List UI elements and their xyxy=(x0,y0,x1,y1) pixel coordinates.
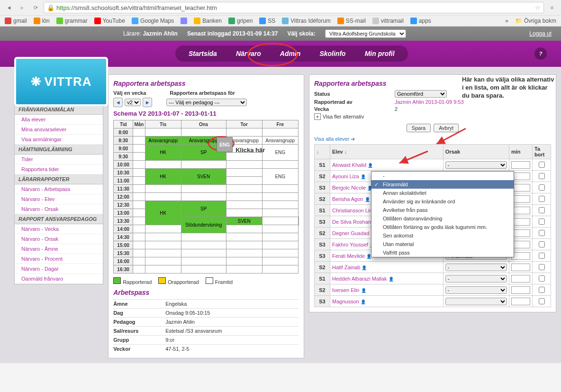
schedule-cell[interactable]: Ansvarsgrupp xyxy=(145,137,181,145)
remove-checkbox[interactable] xyxy=(539,287,545,293)
schedule-cell[interactable]: HK xyxy=(145,169,181,185)
orsak-select[interactable]: - xyxy=(445,275,507,283)
schedule-cell[interactable]: SP xyxy=(181,201,226,217)
orsak-select[interactable]: - xyxy=(445,161,507,169)
week-next-button[interactable]: ► xyxy=(143,98,152,107)
show-all-students-link[interactable]: Visa alla elever ➔ xyxy=(314,136,551,142)
student-link[interactable]: Hatif Zainab xyxy=(332,264,360,270)
sidebar-item[interactable]: Alla elever xyxy=(15,115,103,125)
student-link[interactable]: Ferati Mevlide xyxy=(332,253,365,259)
bookmark-item[interactable]: vittramail xyxy=(372,18,404,24)
logout-link[interactable]: Logga ut xyxy=(529,30,552,37)
min-input[interactable] xyxy=(511,252,530,260)
schedule-cell[interactable]: SVEN xyxy=(181,169,226,185)
status-select[interactable]: Genomförd xyxy=(395,90,447,98)
nav-item-admin[interactable]: Admin xyxy=(280,50,301,57)
orsak-dropdown-popup[interactable]: -FöranmäldAnnan skolaktivitetAnvänder si… xyxy=(371,171,514,257)
dropdown-option[interactable]: Använder sig av kränkande ord xyxy=(371,197,514,206)
bookmark-item[interactable]: Banken xyxy=(194,18,222,24)
remove-checkbox[interactable] xyxy=(539,230,545,236)
sidebar-item[interactable]: Närvaro - Arbetspass xyxy=(15,184,103,194)
dropdown-option[interactable]: Valfritt pass xyxy=(371,248,514,257)
back-button[interactable]: ◄ xyxy=(4,3,14,12)
sidebar-item[interactable]: Närvaro - Elev xyxy=(15,194,103,204)
min-input[interactable] xyxy=(511,241,530,248)
url-bar[interactable]: 🔒 https ://sms8.schoolsoft.se/vittra/htm… xyxy=(44,2,544,13)
sidebar-item[interactable]: Visa anmälningar xyxy=(15,135,103,145)
dropdown-option[interactable]: Otillåten datoranvändning xyxy=(371,214,514,223)
sidebar-item[interactable]: Närvaro - Orsak xyxy=(15,204,103,214)
dropdown-option[interactable]: Sen ankomst xyxy=(371,231,514,240)
schedule-cell[interactable]: HK xyxy=(145,145,181,161)
student-link[interactable]: Ayouni Liza xyxy=(332,173,359,179)
min-input[interactable] xyxy=(511,161,530,169)
dropdown-option[interactable]: - xyxy=(371,172,514,180)
bookmark-item[interactable]: gripen xyxy=(228,18,253,24)
min-input[interactable] xyxy=(511,264,530,271)
student-link[interactable]: Iversen Elin xyxy=(332,287,359,293)
dropdown-option[interactable]: Otillåten förtäring av godis läsk tugumm… xyxy=(371,223,514,231)
student-link[interactable]: Heddeh Albarazi Mallak xyxy=(332,276,387,282)
min-input[interactable] xyxy=(511,286,530,294)
min-input[interactable] xyxy=(511,229,530,237)
school-select[interactable]: Vittra Adolfsberg Grundskola xyxy=(325,29,406,38)
student-link[interactable]: Bergolc Nicole xyxy=(332,185,366,191)
sidebar-item[interactable]: Rapportera tider xyxy=(15,164,103,174)
sidebar-item[interactable]: Närvaro - Orsak xyxy=(15,234,103,244)
star-icon[interactable]: ☆ xyxy=(535,4,541,11)
menu-icon[interactable]: ≡ xyxy=(547,3,557,12)
bookmark-item[interactable]: SS-mail xyxy=(337,18,366,24)
bookmark-item[interactable]: SS xyxy=(259,18,275,24)
bookmark-item[interactable]: gmail xyxy=(5,18,27,24)
student-link[interactable]: De Silva Roshan xyxy=(332,219,371,225)
student-link[interactable]: Fakhro Youssef xyxy=(332,242,368,247)
student-link[interactable]: Magnusson xyxy=(332,299,359,304)
schedule-cell[interactable]: SVEN xyxy=(226,217,262,225)
nav-item-närvaro[interactable]: Närvaro xyxy=(236,50,261,57)
min-input[interactable] xyxy=(511,207,530,214)
sidebar-item[interactable]: Närvaro - Ämne xyxy=(15,244,103,254)
bookmarks-overflow[interactable]: » xyxy=(505,18,508,24)
min-input[interactable] xyxy=(511,218,530,226)
schedule-cell[interactable]: HK xyxy=(145,201,181,225)
sidebar-item[interactable]: Tider xyxy=(15,155,103,164)
min-input[interactable] xyxy=(511,298,530,305)
bookmark-item[interactable] xyxy=(181,18,187,24)
week-select[interactable]: v2 xyxy=(125,99,141,106)
remove-checkbox[interactable] xyxy=(539,241,545,247)
min-input[interactable] xyxy=(511,195,530,203)
bookmark-item[interactable]: lön xyxy=(34,18,50,24)
remove-checkbox[interactable] xyxy=(539,184,545,191)
sidebar-item[interactable]: Oanmäld frånvaro xyxy=(15,274,103,284)
save-button[interactable]: Spara xyxy=(407,124,431,132)
dropdown-option[interactable]: Avvikelse från pass xyxy=(371,206,514,214)
nav-item-skolinfo[interactable]: Skolinfo xyxy=(319,50,345,57)
sidebar-item[interactable]: Närvaro - Procent xyxy=(15,254,103,264)
orsak-select[interactable]: - xyxy=(445,264,507,271)
other-bookmarks[interactable]: 📁 Övriga bokm xyxy=(515,18,556,24)
remove-checkbox[interactable] xyxy=(539,264,545,270)
week-prev-button[interactable]: ◄ xyxy=(113,98,123,107)
sidebar-item[interactable]: Mina ansvarselever xyxy=(15,125,103,135)
student-link[interactable]: Alowaid Khalid xyxy=(332,162,366,168)
remove-checkbox[interactable] xyxy=(539,196,545,202)
remove-checkbox[interactable] xyxy=(539,207,545,213)
show-more-toggle[interactable]: +Visa fler alternativ xyxy=(314,113,551,120)
remove-checkbox[interactable] xyxy=(539,219,545,225)
min-input[interactable] xyxy=(511,275,530,283)
schedule-cell-eng-highlight[interactable]: ENG xyxy=(217,137,233,152)
schedule-cell[interactable]: Ansvarsgrupp xyxy=(262,137,298,145)
nav-item-min profil[interactable]: Min profil xyxy=(365,50,395,57)
bookmark-item[interactable]: YouTube xyxy=(94,18,125,24)
sidebar-item[interactable]: Närvaro - Vecka xyxy=(15,224,103,234)
student-link[interactable]: Berisha Agon xyxy=(332,196,363,202)
schedule-cell[interactable]: Stödundervisning xyxy=(181,217,226,233)
nav-item-startsida[interactable]: Startsida xyxy=(189,50,217,57)
orsak-select[interactable] xyxy=(445,298,507,305)
forward-button[interactable]: ► xyxy=(17,3,27,12)
sidebar-item[interactable]: Närvaro - Dagar xyxy=(15,264,103,274)
bookmark-item[interactable]: Google Maps xyxy=(132,18,174,24)
cancel-button[interactable]: Avbryt xyxy=(434,124,459,132)
bookmark-item[interactable]: Vittras Idéforum xyxy=(282,18,330,24)
bookmark-item[interactable]: apps xyxy=(410,18,431,24)
